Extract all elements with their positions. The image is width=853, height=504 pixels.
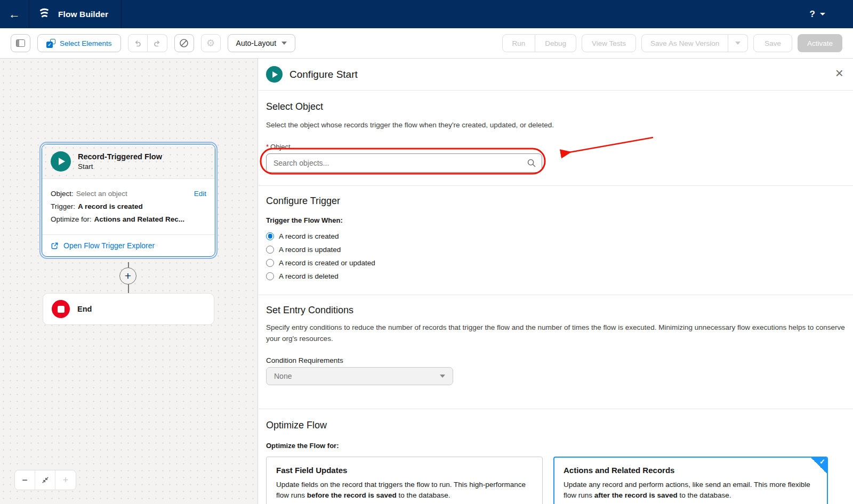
add-element-button[interactable]: +: [119, 267, 136, 284]
radio-selected-icon: [266, 232, 274, 240]
option-card-title: Actions and Related Records: [564, 466, 818, 475]
trigger-value: A record is created: [78, 202, 143, 210]
start-node-header: Record-Triggered Flow Start: [42, 144, 215, 179]
radio-icon: [266, 246, 274, 254]
end-stop-icon: [52, 300, 70, 318]
view-tests-button[interactable]: View Tests: [582, 34, 636, 52]
external-link-icon: [51, 242, 59, 250]
search-icon: [527, 158, 536, 168]
chevron-down-icon: [440, 375, 445, 378]
open-flow-trigger-explorer-link[interactable]: Open Flow Trigger Explorer: [63, 241, 155, 250]
entry-conditions-section: Set Entry Conditions Specify entry condi…: [259, 295, 853, 409]
optimize-option-cards: Fast Field Updates Update fields on the …: [266, 457, 846, 504]
option-card-fast-field-updates[interactable]: Fast Field Updates Update fields on the …: [266, 457, 543, 504]
activate-button[interactable]: Activate: [798, 34, 842, 52]
help-icon: ?: [810, 9, 815, 20]
required-asterisk: *: [266, 143, 269, 151]
start-play-icon: [266, 66, 283, 83]
select-object-heading: Select Object: [266, 101, 846, 112]
layout-mode-dropdown[interactable]: Auto-Layout: [228, 34, 296, 52]
gear-icon: ⚙: [206, 37, 215, 49]
start-node-body: Object: Select an object Edit Trigger: A…: [42, 179, 215, 234]
start-node-subtitle: Start: [78, 162, 162, 170]
run-debug-group: Run Debug: [502, 34, 577, 52]
zoom-in-button[interactable]: +: [55, 470, 76, 490]
trigger-options-list: A record is created A record is updated …: [266, 230, 846, 283]
object-search-field: [266, 153, 542, 173]
radio-icon: [266, 272, 274, 280]
radio-option-record-updated[interactable]: A record is updated: [266, 243, 846, 256]
run-button[interactable]: Run: [502, 34, 536, 52]
configure-start-panel: Configure Start × Select Object Select t…: [259, 59, 853, 504]
option-card-title: Fast Field Updates: [276, 466, 533, 475]
end-node-card[interactable]: End: [43, 293, 214, 325]
zoom-out-button[interactable]: −: [15, 470, 35, 490]
radio-option-record-deleted[interactable]: A record is deleted: [266, 270, 846, 283]
main-area: Record-Triggered Flow Start Object: Sele…: [0, 59, 853, 504]
radio-option-record-created[interactable]: A record is created: [266, 230, 846, 243]
object-field-label: * Object: [266, 143, 846, 151]
end-node-label: End: [77, 305, 92, 313]
undo-redo-group: [128, 34, 167, 52]
object-label: Object:: [51, 190, 74, 198]
help-menu[interactable]: ?: [810, 0, 825, 28]
save-as-new-version-caret-button[interactable]: [728, 34, 748, 52]
redo-button[interactable]: [148, 34, 167, 52]
canvas-zoom-controls: − +: [14, 470, 76, 490]
undo-button[interactable]: [128, 34, 148, 52]
multi-select-icon: ✓: [46, 39, 55, 48]
option-card-description: Update fields on the record that trigger…: [276, 479, 533, 501]
edit-link[interactable]: Edit: [194, 190, 206, 198]
start-node-card[interactable]: Record-Triggered Flow Start Object: Sele…: [42, 144, 215, 257]
chevron-down-icon: [281, 42, 287, 45]
flow-builder-logo-icon: [39, 7, 52, 21]
optimize-flow-section: Optimize Flow Optimize the Flow for: Fas…: [259, 409, 853, 504]
undo-icon: [133, 39, 142, 47]
radio-option-record-created-or-updated[interactable]: A record is created or updated: [266, 256, 846, 270]
select-elements-button[interactable]: ✓ Select Elements: [37, 34, 121, 52]
start-node-footer: Open Flow Trigger Explorer: [42, 234, 215, 256]
start-node-title: Record-Triggered Flow: [78, 152, 162, 161]
close-panel-button[interactable]: ×: [835, 66, 843, 80]
save-as-new-version-group: Save As New Version: [641, 34, 748, 52]
optimize-label: Optimize for:: [51, 215, 92, 223]
disable-elements-button[interactable]: [174, 34, 194, 52]
entry-conditions-heading: Set Entry Conditions: [266, 305, 846, 316]
settings-button[interactable]: ⚙: [201, 34, 221, 52]
flow-canvas[interactable]: Record-Triggered Flow Start Object: Sele…: [0, 59, 258, 504]
toolbar-actions: Run Debug View Tests Save As New Version…: [502, 34, 843, 52]
panel-toggle-icon: [16, 39, 25, 47]
start-object-row: Object: Select an object Edit: [51, 190, 206, 198]
optimize-flow-heading: Optimize Flow: [266, 420, 846, 431]
debug-button[interactable]: Debug: [535, 34, 576, 52]
condition-requirements-label: Condition Requirements: [266, 356, 846, 364]
save-as-new-version-button[interactable]: Save As New Version: [641, 34, 728, 52]
option-card-description: Update any record and perform actions, l…: [564, 479, 818, 501]
start-play-icon: [51, 151, 71, 172]
configure-trigger-heading: Configure Trigger: [266, 196, 846, 207]
fit-to-view-button[interactable]: [35, 470, 55, 490]
select-object-description: Select the object whose records trigger …: [266, 120, 846, 131]
radio-icon: [266, 259, 274, 267]
panel-title: Configure Start: [289, 69, 358, 80]
ban-icon: [179, 38, 189, 48]
panel-header: Configure Start: [259, 59, 853, 91]
optimize-value: Actions and Related Rec...: [94, 215, 185, 223]
entry-conditions-description: Specify entry conditions to reduce the n…: [266, 322, 846, 345]
selected-value: None: [274, 372, 292, 380]
redo-icon: [153, 39, 162, 47]
option-card-actions-and-related-records[interactable]: ✓ Actions and Related Records Update any…: [553, 457, 828, 504]
back-button[interactable]: ←: [0, 0, 29, 28]
toggle-left-panel-button[interactable]: [11, 34, 30, 52]
toolbar: ✓ Select Elements ⚙ Auto-Layout Run Debu…: [0, 28, 853, 59]
select-object-section: Select Object Select the object whose re…: [259, 91, 853, 185]
plus-icon: +: [63, 475, 69, 486]
object-search-input[interactable]: [266, 153, 542, 173]
save-button[interactable]: Save: [753, 34, 792, 52]
configure-trigger-section: Configure Trigger Trigger the Flow When:…: [259, 185, 853, 295]
minus-icon: −: [22, 475, 28, 486]
top-navbar: ← Flow Builder ?: [0, 0, 853, 28]
condition-requirements-select[interactable]: None: [266, 367, 453, 385]
chevron-down-icon: [735, 42, 741, 45]
start-trigger-row: Trigger: A record is created: [51, 202, 206, 210]
